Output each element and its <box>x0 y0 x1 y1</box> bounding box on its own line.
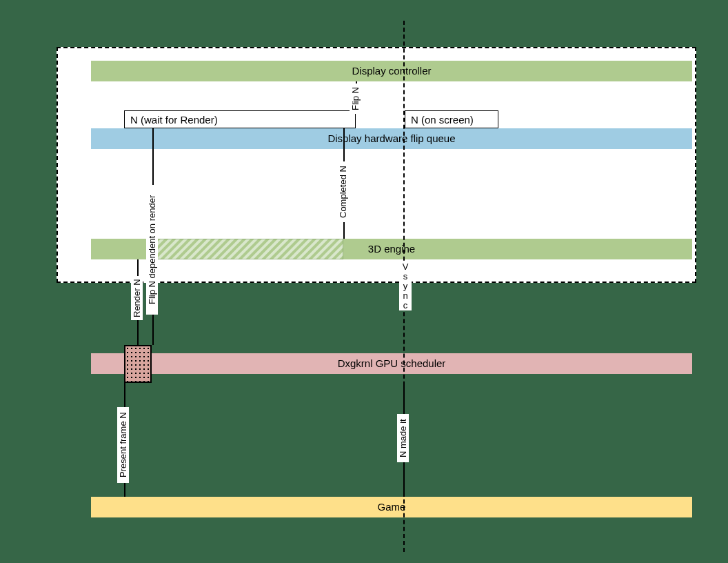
lane-label: 3D engine <box>368 243 415 255</box>
scheduler-present-block <box>124 345 152 383</box>
box-label: N (on screen) <box>411 114 474 126</box>
lane-label: Display hardware flip queue <box>327 132 455 144</box>
lane-display-controller: Display controller <box>91 61 692 81</box>
lane-scheduler: Dxgkrnl GPU scheduler <box>91 353 692 374</box>
box-on-screen: N (on screen) <box>405 110 498 128</box>
lane-flip-queue: Display hardware flip queue <box>91 128 692 149</box>
lane-label: Game <box>378 501 406 513</box>
lane-3d-engine: 3D engine <box>91 239 692 259</box>
label-vsync: Vsync <box>399 262 412 310</box>
lane-label: Display controller <box>352 65 431 77</box>
label-flip-n: Flip N <box>350 83 361 114</box>
label-n-made-it: N made it <box>397 414 409 462</box>
box-wait-for-render: N (wait for Render) <box>124 110 356 128</box>
lane-label: Dxgkrnl GPU scheduler <box>338 357 446 369</box>
label-render-n: Render N <box>131 276 143 320</box>
lane-game: Game <box>91 497 692 517</box>
box-label: N (wait for Render) <box>130 114 218 126</box>
label-present-frame: Present frame N <box>117 407 129 483</box>
label-completed-n: Completed N <box>337 161 349 222</box>
label-flip-dep: Flip N dependent on render <box>146 185 158 315</box>
